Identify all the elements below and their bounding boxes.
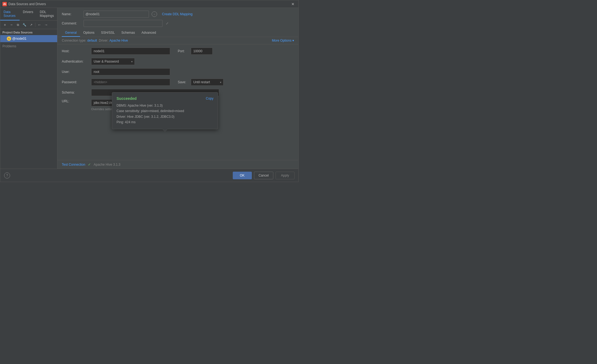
title-bar: db Data Sources and Drivers ✕ bbox=[0, 0, 298, 8]
host-row: Host: Port: bbox=[62, 48, 294, 55]
password-row: Password: Save: Until restart Forever Ne… bbox=[62, 79, 294, 86]
name-label: Name: bbox=[62, 12, 81, 16]
tree-item-label: @node01 bbox=[12, 37, 26, 41]
tab-ddl-mappings[interactable]: DDL Mappings bbox=[36, 8, 57, 20]
auth-select[interactable]: User & Password No auth LDAP bbox=[91, 58, 135, 65]
hive-icon: 🐝 bbox=[7, 36, 11, 41]
config-tabs: General Options SSH/SSL Schemas Advanced bbox=[57, 29, 298, 37]
port-input[interactable] bbox=[191, 48, 213, 55]
popup-header: Succeeded Copy bbox=[117, 96, 213, 101]
driver-value[interactable]: Apache Hive bbox=[109, 39, 128, 42]
copy-button[interactable]: ⧉ bbox=[15, 22, 21, 28]
comment-label: Comment: bbox=[62, 21, 81, 25]
popup-line1: DBMS: Apache Hive (ver. 3.1.3) bbox=[117, 103, 213, 108]
password-input[interactable] bbox=[91, 79, 170, 86]
bottom-bar: ? OK Cancel Apply bbox=[0, 169, 298, 182]
help-button[interactable]: ? bbox=[4, 172, 10, 178]
section-label: Project Data Sources bbox=[0, 29, 57, 35]
comment-row: Comment: ⤢ bbox=[57, 19, 298, 29]
copy-button[interactable]: Copy bbox=[206, 97, 213, 100]
tab-schemas[interactable]: Schemas bbox=[118, 29, 138, 37]
conn-info-bar: Connection type: default Driver: Apache … bbox=[57, 37, 298, 44]
comment-expand-button[interactable]: ⤢ bbox=[165, 21, 169, 26]
apply-button[interactable]: Apply bbox=[275, 172, 295, 179]
external-button[interactable]: ↗ bbox=[28, 22, 34, 28]
save-label: Save: bbox=[178, 80, 189, 84]
create-ddl-link[interactable]: Create DDL Mapping bbox=[162, 12, 192, 16]
test-connection-bar: Test Connection ✓ Apache Hive 3.1.3 bbox=[57, 160, 298, 169]
test-connection-result: Apache Hive 3.1.3 bbox=[94, 163, 120, 166]
main-window: db Data Sources and Drivers ✕ Data Sourc… bbox=[0, 0, 299, 182]
forward-button[interactable]: → bbox=[43, 22, 49, 28]
auth-select-wrapper: User & Password No auth LDAP bbox=[91, 58, 135, 65]
left-toolbar: + − ⧉ 🔧 ↗ ← → bbox=[0, 21, 57, 29]
add-button[interactable]: + bbox=[2, 22, 8, 28]
popup-line4: Ping: 424 ms bbox=[117, 119, 213, 125]
test-connection-link[interactable]: Test Connection bbox=[62, 163, 85, 166]
conn-type-label: Connection type: bbox=[62, 39, 86, 42]
user-label: User: bbox=[62, 70, 89, 74]
password-label: Password: bbox=[62, 80, 89, 84]
tab-data-sources[interactable]: Data Sources bbox=[0, 8, 20, 20]
tree-item-node01[interactable]: 🐝 @node01 bbox=[0, 35, 57, 42]
back-button[interactable]: ← bbox=[36, 22, 42, 28]
close-button[interactable]: ✕ bbox=[290, 1, 296, 7]
ok-button[interactable]: OK bbox=[233, 172, 252, 179]
right-panel: Name: ○ Create DDL Mapping Comment: ⤢ Ge… bbox=[57, 8, 298, 169]
user-input[interactable] bbox=[91, 68, 170, 75]
driver-label: Driver: bbox=[99, 39, 108, 42]
main-tabs: Data Sources Drivers DDL Mappings bbox=[0, 8, 57, 21]
bottom-right: OK Cancel Apply bbox=[233, 172, 295, 179]
user-row: User: bbox=[62, 68, 294, 75]
host-label: Host: bbox=[62, 49, 89, 53]
title-bar-text: Data Sources and Drivers bbox=[8, 2, 290, 6]
auth-label: Authentication: bbox=[62, 60, 89, 63]
properties-button[interactable]: 🔧 bbox=[22, 22, 27, 28]
problems-label: Problems bbox=[0, 42, 57, 50]
auth-row: Authentication: User & Password No auth … bbox=[62, 58, 294, 65]
remove-button[interactable]: − bbox=[8, 22, 14, 28]
bottom-left: ? bbox=[4, 172, 10, 178]
popup-body: DBMS: Apache Hive (ver. 3.1.3) Case sens… bbox=[117, 103, 213, 125]
tab-ssh-ssl[interactable]: SSH/SSL bbox=[98, 29, 118, 37]
conn-type-value[interactable]: default bbox=[87, 39, 97, 42]
name-input[interactable] bbox=[84, 11, 149, 18]
succeeded-label: Succeeded bbox=[117, 96, 137, 101]
name-info-button[interactable]: ○ bbox=[152, 11, 157, 17]
popup-arrow-inner bbox=[163, 129, 167, 131]
popup-line2: Case sensitivity: plain=mixed, delimited… bbox=[117, 108, 213, 114]
left-panel: Data Sources Drivers DDL Mappings + − ⧉ … bbox=[0, 8, 57, 169]
toolbar-separator bbox=[35, 23, 35, 27]
cancel-button[interactable]: Cancel bbox=[254, 172, 273, 179]
url-label: URL: bbox=[62, 99, 89, 103]
tab-advanced[interactable]: Advanced bbox=[138, 29, 159, 37]
check-icon: ✓ bbox=[88, 162, 91, 166]
tab-general[interactable]: General bbox=[62, 29, 80, 37]
tab-drivers[interactable]: Drivers bbox=[20, 8, 36, 20]
save-select[interactable]: Until restart Forever Never bbox=[191, 79, 224, 86]
main-content: Data Sources Drivers DDL Mappings + − ⧉ … bbox=[0, 8, 298, 169]
more-options-button[interactable]: More Options ▾ bbox=[272, 39, 294, 42]
popup-line3: Driver: Hive JDBC (ver. 3.1.2, JDBC3.0) bbox=[117, 114, 213, 119]
save-select-wrapper: Until restart Forever Never bbox=[191, 79, 224, 86]
host-input[interactable] bbox=[91, 48, 170, 55]
comment-input[interactable] bbox=[84, 20, 163, 27]
schema-label: Schema: bbox=[62, 91, 89, 94]
app-icon: db bbox=[2, 2, 7, 6]
port-label: Port: bbox=[178, 49, 189, 53]
success-popup: Succeeded Copy DBMS: Apache Hive (ver. 3… bbox=[112, 92, 218, 129]
tab-options[interactable]: Options bbox=[80, 29, 98, 37]
name-row: Name: ○ Create DDL Mapping bbox=[57, 8, 298, 19]
